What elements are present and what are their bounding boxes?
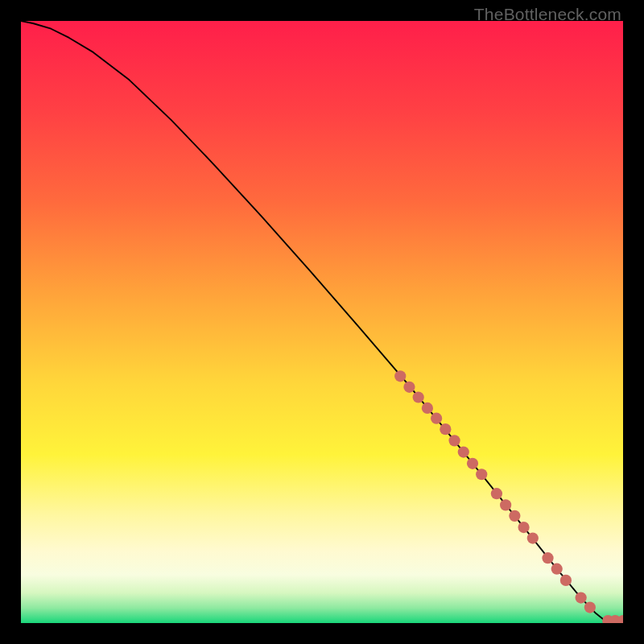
gradient-background <box>21 21 623 623</box>
plot-area <box>21 21 623 623</box>
svg-rect-0 <box>21 21 623 623</box>
chart-stage: TheBottleneck.com <box>0 0 644 644</box>
